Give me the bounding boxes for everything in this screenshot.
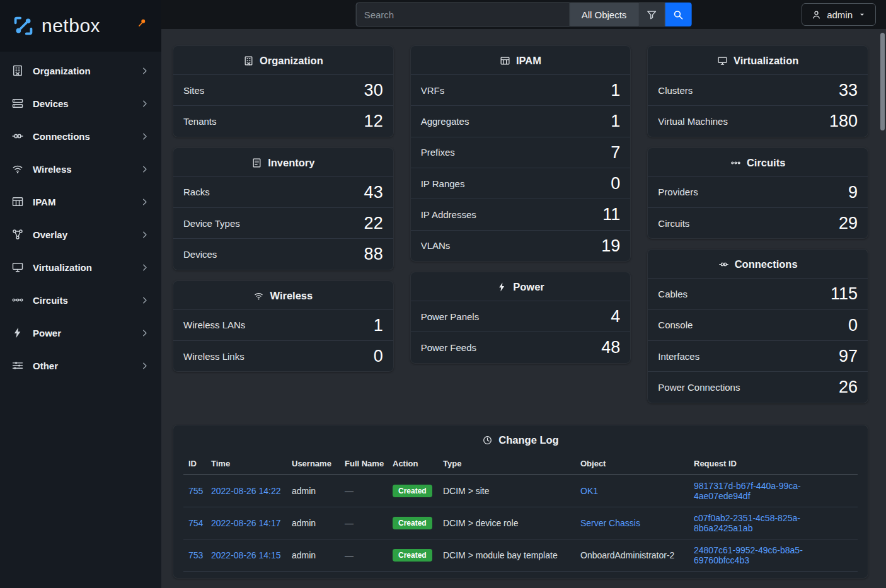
scrollbar-thumb[interactable] [880,33,885,130]
chevron-right-icon [139,66,150,76]
sidebar-item-devices[interactable]: Devices [0,87,161,120]
sidebar-item-other[interactable]: Other [0,349,161,382]
card-title-text: Change Log [498,434,558,446]
inventory-card: Inventory Racks 43 Device Types 22 Devic… [173,147,394,270]
pin-sidebar-icon[interactable] [137,18,147,31]
sidebar-item-overlay[interactable]: Overlay [0,218,161,251]
stat-cables[interactable]: Cables 115 [648,278,868,309]
user-menu-button[interactable]: admin [802,3,876,26]
col-object: Object [580,454,694,475]
changelog-time-link[interactable]: 2022-08-26 14:15 [211,550,281,560]
sidebar-item-label: Circuits [33,295,68,306]
stat-prefixes[interactable]: Prefixes 7 [411,137,631,168]
stat-virtual-machines[interactable]: Virtual Machines 180 [648,105,868,136]
chevron-right-icon [139,328,150,338]
changelog-username: admin [292,507,345,539]
changelog-object-link[interactable]: Server Chassis [580,518,640,528]
sidebar-item-organization[interactable]: Organization [0,54,161,87]
counter-grid-icon [11,195,24,208]
changelog-time-link[interactable]: 2022-08-26 14:17 [211,518,281,528]
stat-power-connections[interactable]: Power Connections 26 [648,371,868,402]
bolt-icon [11,326,24,339]
changelog-request-id-link[interactable]: c07f0ab2-2351-4c58-825a-8b6a2425a1ab [694,513,800,533]
stat-devices[interactable]: Devices 88 [173,238,393,269]
stat-vrfs[interactable]: VRFs 1 [411,74,631,105]
brand-area: netbox [0,0,161,52]
username-label: admin [827,9,853,20]
building-icon [11,64,24,77]
stat-console[interactable]: Console 0 [648,309,868,340]
card-header: Change Log [173,425,868,454]
stat-wireless-links[interactable]: Wireless Links 0 [173,340,393,371]
col-type: Type [443,454,580,475]
card-title-text: IPAM [516,55,541,67]
monitor-icon [717,55,728,66]
funnel-icon [645,9,657,21]
stat-power-feeds[interactable]: Power Feeds 48 [411,331,631,362]
brand-wordmark[interactable]: netbox [42,15,100,37]
stat-tenants[interactable]: Tenants 12 [173,105,393,136]
stat-ip-ranges[interactable]: IP Ranges 0 [411,168,631,199]
stat-wireless-lans[interactable]: Wireless LANs 1 [173,309,393,340]
stat-power-panels[interactable]: Power Panels 4 [411,301,631,331]
sliders-icon [11,359,24,372]
changelog-request-id-link[interactable]: 24807c61-9952-49c6-b8a5-69760bfcc4b3 [694,545,803,565]
sidebar-item-label: Devices [33,98,69,109]
stat-interfaces[interactable]: Interfaces 97 [648,340,868,371]
sidebar-item-power[interactable]: Power [0,316,161,349]
netbox-app: netbox Organization Devices Connections [0,0,886,588]
sidebar-item-label: Overlay [33,229,67,240]
stat-ip-addresses[interactable]: IP Addresses 11 [411,199,631,229]
stat-sites[interactable]: Sites 30 [173,74,393,105]
changelog-id-link[interactable]: 755 [188,486,203,496]
bolt-icon [497,282,507,292]
sidebar-item-circuits[interactable]: Circuits [0,284,161,316]
card-header: Organization [173,46,393,74]
changelog-full-name: — [345,539,393,571]
power-card: Power Power Panels 4 Power Feeds 48 [410,272,631,364]
stat-clusters[interactable]: Clusters 33 [648,74,868,105]
stat-providers[interactable]: Providers 9 [648,176,868,207]
stat-circuits[interactable]: Circuits 29 [648,207,868,238]
sidebar-item-label: Organization [33,66,91,76]
search-bar: All Objects [356,3,692,26]
sidebar-item-virtualization[interactable]: Virtualization [0,251,161,284]
card-header: IPAM [411,46,631,74]
chevron-right-icon [139,197,150,207]
card-title-text: Wireless [270,290,313,302]
changelog-id-link[interactable]: 753 [188,550,203,560]
netbox-logo[interactable] [10,13,37,39]
wireless-card: Wireless Wireless LANs 1 Wireless Links … [173,280,394,372]
monitor-icon [11,261,24,274]
stat-device-types[interactable]: Device Types 22 [173,207,393,238]
card-header: Wireless [173,281,393,309]
col-username: Username [292,454,345,475]
col-id: ID [183,454,211,475]
sidebar-item-ipam[interactable]: IPAM [0,185,161,218]
sidebar-item-label: Power [33,328,61,338]
sidebar-item-label: Other [33,360,58,371]
stat-racks[interactable]: Racks 43 [173,176,393,207]
search-button[interactable] [665,3,691,26]
changelog-request-id-link[interactable]: 9817317d-b67f-440a-99ca-4ae07ede94df [694,481,801,501]
changelog-full-name: — [345,475,393,507]
history-icon [482,435,493,446]
cable-icon [11,130,24,142]
changelog-object-link[interactable]: OK1 [580,486,598,496]
person-icon [811,9,822,20]
status-badge: Created [393,485,432,497]
stat-vlans[interactable]: VLANs 19 [411,230,631,261]
changelog-id-link[interactable]: 754 [188,518,203,528]
sidebar-item-connections[interactable]: Connections [0,120,161,153]
sidebar-item-wireless[interactable]: Wireless [0,153,161,185]
card-title-text: Organization [260,55,323,67]
server-stack-icon [11,97,24,110]
filter-button[interactable] [638,3,665,26]
table-row: 755 2022-08-26 14:22 admin — Created DCI… [183,475,858,507]
changelog-time-link[interactable]: 2022-08-26 14:22 [211,486,281,496]
changelog-type: DCIM > site [443,475,580,507]
object-type-selector-button[interactable]: All Objects [570,3,639,26]
search-input[interactable] [356,3,570,26]
card-title-text: Circuits [747,157,785,169]
stat-aggregates[interactable]: Aggregates 1 [411,105,631,136]
